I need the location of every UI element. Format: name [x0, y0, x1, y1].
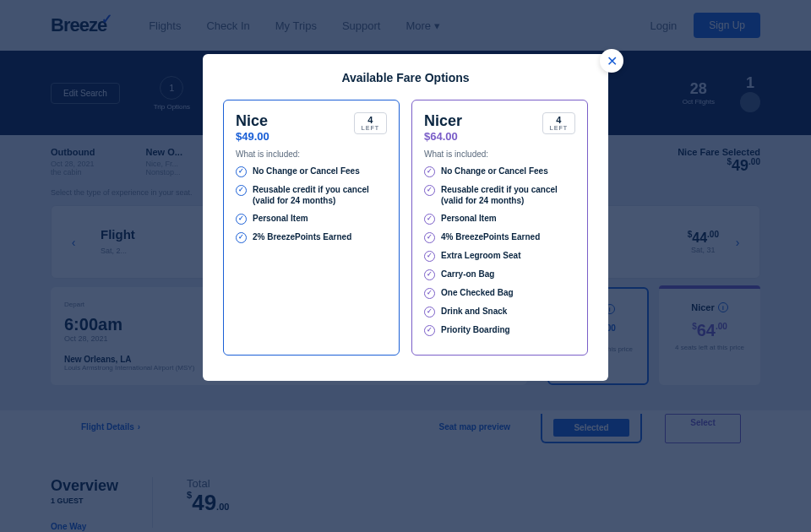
- check-icon: ✓: [424, 307, 435, 318]
- feature-item: ✓Reusable credit if you cancel (valid fo…: [424, 184, 575, 206]
- feature-list-nicer: ✓No Change or Cancel Fees✓Reusable credi…: [424, 166, 575, 336]
- feature-item: ✓Personal Item: [236, 213, 387, 225]
- fare-name: Nicer: [424, 112, 462, 130]
- feature-item: ✓No Change or Cancel Fees: [236, 166, 387, 177]
- check-icon: ✓: [236, 232, 247, 243]
- check-icon: ✓: [424, 269, 435, 280]
- modal-title: Available Fare Options: [223, 71, 588, 84]
- modal-fare-nicer[interactable]: Nicer $64.00 4 LEFT What is included: ✓N…: [411, 100, 588, 356]
- check-icon: ✓: [236, 166, 247, 177]
- check-icon: ✓: [424, 288, 435, 299]
- seats-left: 4 LEFT: [542, 112, 576, 134]
- fare-options-modal: ✕ Available Fare Options Nice $49.00 4 L…: [203, 54, 608, 381]
- check-icon: ✓: [236, 214, 247, 225]
- feature-item: ✓No Change or Cancel Fees: [424, 166, 575, 177]
- check-icon: ✓: [236, 185, 247, 196]
- check-icon: ✓: [424, 251, 435, 262]
- feature-item: ✓Reusable credit if you cancel (valid fo…: [236, 184, 387, 206]
- feature-item: ✓4% BreezePoints Earned: [424, 231, 575, 243]
- fare-price: $49.00: [236, 130, 269, 143]
- modal-overlay[interactable]: ✕ Available Fare Options Nice $49.00 4 L…: [0, 0, 811, 532]
- fare-price: $64.00: [424, 130, 462, 143]
- seats-left: 4 LEFT: [354, 112, 388, 134]
- feature-item: ✓Extra Legroom Seat: [424, 250, 575, 262]
- fare-name: Nice: [236, 112, 269, 130]
- check-icon: ✓: [424, 214, 435, 225]
- feature-item: ✓One Checked Bag: [424, 287, 575, 299]
- check-icon: ✓: [424, 232, 435, 243]
- check-icon: ✓: [424, 185, 435, 196]
- feature-item: ✓Drink and Snack: [424, 306, 575, 318]
- check-icon: ✓: [424, 325, 435, 336]
- check-icon: ✓: [424, 166, 435, 177]
- feature-list-nice: ✓No Change or Cancel Fees✓Reusable credi…: [236, 166, 387, 243]
- included-label: What is included:: [424, 149, 575, 159]
- modal-fare-nice[interactable]: Nice $49.00 4 LEFT What is included: ✓No…: [223, 100, 400, 356]
- feature-item: ✓2% BreezePoints Earned: [236, 231, 387, 243]
- feature-item: ✓Personal Item: [424, 213, 575, 225]
- feature-item: ✓Priority Boarding: [424, 324, 575, 336]
- included-label: What is included:: [236, 149, 387, 159]
- feature-item: ✓Carry-on Bag: [424, 269, 575, 280]
- close-icon[interactable]: ✕: [600, 49, 623, 73]
